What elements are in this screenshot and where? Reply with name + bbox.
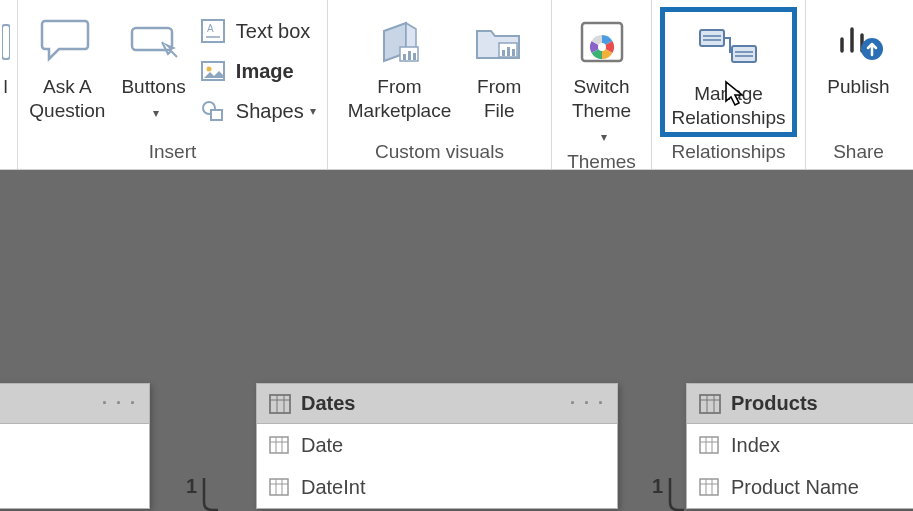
svg-rect-0 — [2, 25, 10, 59]
column-icon — [699, 478, 721, 496]
from-file-button[interactable]: From File — [459, 5, 539, 125]
svg-rect-19 — [700, 30, 724, 46]
manage-relationships-button[interactable]: Manage Relationships — [660, 7, 797, 137]
table-row[interactable]: dex — [0, 424, 149, 466]
relationship-connector — [200, 476, 230, 511]
button-icon — [126, 11, 182, 73]
publish-button[interactable]: Publish — [819, 5, 899, 101]
model-canvas[interactable]: · · · dex ames 1 Dates · · · Date DateIn… — [0, 170, 913, 511]
ribbon-group-label: Themes — [558, 151, 645, 173]
svg-rect-15 — [507, 47, 510, 56]
ribbon-group-insert: Ask A Question Buttons▾ A Text box Image — [18, 0, 328, 169]
speech-bubble-icon — [39, 11, 95, 73]
buttons-button[interactable]: Buttons▾ — [113, 5, 193, 127]
text-box-button[interactable]: A Text box — [194, 11, 324, 51]
image-button[interactable]: Image — [194, 51, 324, 91]
table-icon — [269, 394, 291, 414]
table-card-partial[interactable]: · · · dex ames — [0, 383, 150, 509]
from-marketplace-button[interactable]: From Marketplace — [340, 5, 460, 125]
svg-rect-20 — [732, 46, 756, 62]
svg-rect-11 — [408, 51, 411, 60]
svg-rect-41 — [270, 437, 288, 453]
chevron-down-icon: ▾ — [601, 130, 607, 144]
svg-rect-45 — [270, 479, 288, 495]
column-icon — [269, 478, 291, 496]
text-box-icon: A — [198, 16, 228, 46]
shapes-icon — [198, 96, 228, 126]
ribbon-group-themes: Switch Theme ▾ Themes — [552, 0, 652, 169]
table-row[interactable]: Index — [687, 424, 913, 466]
marketplace-icon — [370, 11, 430, 73]
relationships-icon — [694, 18, 764, 80]
svg-rect-14 — [502, 50, 505, 56]
more-options-button[interactable]: · · · — [570, 393, 605, 414]
table-card-products[interactable]: Products Index Product Name — [686, 383, 913, 509]
ribbon-group-label: Insert — [24, 141, 321, 169]
ask-a-question-button[interactable]: Ask A Question — [21, 5, 113, 125]
cardinality-badge: 1 — [652, 475, 663, 498]
svg-rect-12 — [413, 53, 416, 60]
table-row[interactable]: Date — [257, 424, 617, 466]
table-card-dates[interactable]: Dates · · · Date DateInt — [256, 383, 618, 509]
ribbon-group-label: Custom visuals — [334, 141, 545, 169]
cursor-icon — [724, 80, 748, 108]
svg-rect-49 — [700, 395, 720, 413]
svg-rect-8 — [211, 110, 222, 120]
svg-rect-53 — [700, 437, 718, 453]
table-icon — [699, 394, 721, 414]
svg-point-6 — [206, 67, 211, 72]
partial-label: l — [3, 75, 7, 99]
theme-palette-icon — [574, 11, 630, 73]
svg-rect-1 — [132, 28, 172, 50]
ribbon-group-label: Relationships — [658, 141, 799, 169]
switch-theme-button[interactable]: Switch Theme ▾ — [558, 5, 645, 151]
svg-rect-16 — [512, 49, 515, 56]
ribbon-group-share: Publish Share — [806, 0, 911, 169]
file-folder-icon — [471, 11, 527, 73]
table-row[interactable]: DateInt — [257, 466, 617, 508]
svg-rect-37 — [270, 395, 290, 413]
ribbon-group-label: Share — [812, 141, 905, 169]
partial-button-left[interactable]: l — [0, 5, 11, 105]
more-options-button[interactable]: · · · — [102, 393, 137, 414]
table-row[interactable]: Product Name — [687, 466, 913, 508]
publish-icon — [830, 11, 888, 73]
svg-rect-10 — [403, 54, 406, 60]
ribbon: l Ask A Question Buttons▾ A Te — [0, 0, 913, 170]
column-icon — [269, 436, 291, 454]
table-header[interactable]: Dates · · · — [257, 384, 617, 424]
table-header[interactable]: Products — [687, 384, 913, 424]
svg-point-18 — [598, 43, 606, 51]
svg-text:A: A — [207, 23, 214, 34]
shapes-button[interactable]: Shapes ▾ — [194, 91, 324, 131]
ribbon-group-custom-visuals: From Marketplace From File Custom visual… — [328, 0, 552, 169]
table-header[interactable]: · · · — [0, 384, 149, 424]
table-row[interactable]: ames — [0, 466, 149, 508]
cardinality-badge: 1 — [186, 475, 197, 498]
column-icon — [699, 436, 721, 454]
image-icon — [198, 56, 228, 86]
chevron-down-icon: ▾ — [153, 106, 159, 120]
chevron-down-icon: ▾ — [310, 104, 316, 118]
svg-rect-57 — [700, 479, 718, 495]
